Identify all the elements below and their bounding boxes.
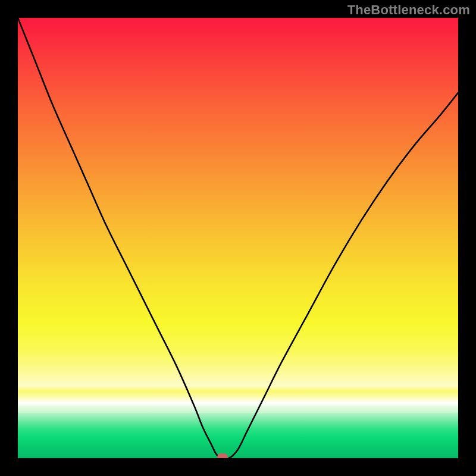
watermark-text: TheBottleneck.com (347, 2, 470, 18)
bottleneck-curve (18, 18, 458, 458)
plot-area (18, 18, 458, 458)
chart-frame: TheBottleneck.com (0, 0, 476, 476)
optimal-marker (217, 453, 228, 458)
